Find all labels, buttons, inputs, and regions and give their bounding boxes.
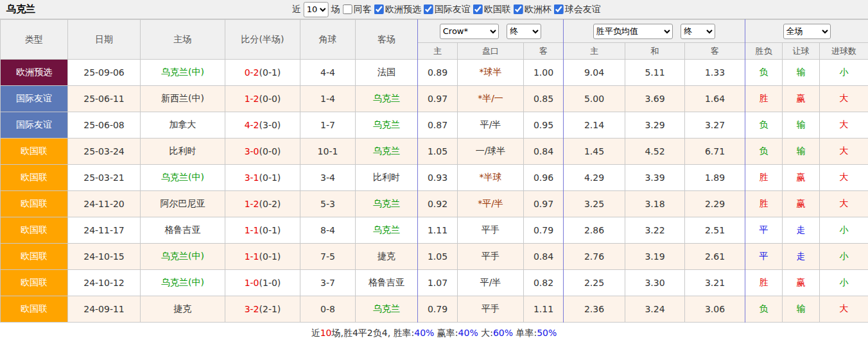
subcol-result: 胜负 — [745, 43, 783, 60]
home-odds-cell: 0.79 — [418, 296, 458, 323]
summary-part: 大: — [478, 328, 493, 338]
away-team-cell: 乌克兰 — [356, 112, 418, 139]
home-odds-cell: 0.92 — [418, 191, 458, 217]
avg-draw-cell: 3.22 — [625, 217, 685, 244]
half-score: (0-1) — [259, 172, 281, 183]
avg-away-cell: 3.21 — [685, 270, 745, 296]
games-label: 场 — [331, 4, 340, 15]
away-team-cell: 乌克兰 — [356, 191, 418, 217]
home-odds-cell: 1.07 — [418, 270, 458, 296]
avg-away-cell: 3.27 — [685, 112, 745, 139]
away-team-cell: 捷克 — [356, 244, 418, 270]
match-date-cell: 25-03-21 — [68, 165, 141, 191]
home-team-cell: 乌克兰(中) — [141, 165, 225, 191]
corner-cell: 3-7 — [300, 270, 356, 296]
avg-draw-cell: 3.39 — [625, 165, 685, 191]
odds-company-select[interactable]: Crow* — [440, 24, 499, 39]
match-type-cell: 欧国联 — [1, 139, 68, 165]
match-date-cell: 24-10-12 — [68, 270, 141, 296]
full-score: 3-0 — [245, 146, 259, 156]
home-odds-cell: 0.87 — [418, 112, 458, 139]
summary-part: 50% — [537, 328, 557, 338]
league-filter-label: 欧国联 — [484, 4, 511, 15]
handicap-cell: 平/半 — [458, 112, 524, 139]
corner-cell: 8-4 — [300, 217, 356, 244]
result-cell: 胜 — [745, 270, 783, 296]
avg-away-cell: 1.89 — [685, 165, 745, 191]
table-row: 欧国联24-11-17格鲁吉亚1-1(0-1)8-4乌克兰1.11平手0.792… — [1, 217, 868, 244]
away-odds-cell: 0.82 — [524, 270, 564, 296]
avg-home-cell: 2.25 — [564, 270, 625, 296]
half-score: (0-1) — [259, 251, 281, 262]
handicap-cell: *平/半 — [458, 191, 524, 217]
avg-away-cell: 2.29 — [685, 191, 745, 217]
avg-time-select[interactable]: 终 — [681, 24, 715, 39]
league-filter[interactable]: 球会友谊 — [554, 4, 601, 15]
match-type-cell: 欧国联 — [1, 165, 68, 191]
match-date-cell: 25-06-08 — [68, 112, 141, 139]
match-type-cell: 欧国联 — [1, 191, 68, 217]
avg-home-cell: 2.36 — [564, 296, 625, 323]
league-filter-checkbox[interactable] — [473, 4, 483, 14]
odds-time-select[interactable]: 终 — [507, 24, 541, 39]
table-row: 欧洲预选25-09-06乌克兰(中)0-2(0-1)4-4法国0.89*球半1.… — [1, 60, 868, 86]
half-score: (0-1) — [259, 225, 281, 235]
score-cell: 0-2(0-1) — [225, 60, 300, 86]
half-score: (0-1) — [259, 67, 281, 78]
league-filter[interactable]: 国际友谊 — [424, 4, 471, 15]
full-score: 3-1 — [245, 172, 259, 183]
scope-select[interactable]: 全场 — [783, 24, 831, 39]
result-cell: 胜 — [745, 86, 783, 112]
away-team-cell: 比利时 — [356, 165, 418, 191]
col-header-score: 比分(半场) — [225, 20, 300, 60]
league-filter[interactable]: 欧洲杯 — [514, 4, 551, 15]
league-filter-group: 欧洲预选国际友谊欧国联欧洲杯球会友谊 — [374, 4, 601, 15]
avg-home-cell: 1.45 — [564, 139, 625, 165]
recent-count-select[interactable]: 10 — [304, 2, 329, 17]
table-row: 国际友谊25-06-11新西兰(中)1-2(0-0)1-4乌克兰0.97*半/一… — [1, 86, 868, 112]
match-type-cell: 国际友谊 — [1, 86, 68, 112]
league-filter-checkbox[interactable] — [374, 4, 384, 14]
avg-draw-cell: 3.30 — [625, 270, 685, 296]
handicap-result-cell: 输 — [783, 112, 820, 139]
subcol-avg-home: 主 — [564, 43, 625, 60]
goals-result-cell: 小 — [820, 244, 868, 270]
same-filter[interactable]: 同客 — [343, 4, 372, 15]
same-filter-checkbox[interactable] — [343, 4, 352, 14]
filter-bar: 近 10 场 同客 欧洲预选国际友谊欧国联欧洲杯球会友谊 — [292, 2, 601, 17]
handicap-result-cell: 输 — [783, 60, 820, 86]
avg-type-select[interactable]: 胜平负均值 — [593, 24, 673, 39]
odds-group-header: Crow* 终 — [418, 20, 564, 43]
home-odds-cell: 1.05 — [418, 244, 458, 270]
result-cell: 胜 — [745, 191, 783, 217]
league-filter-checkbox[interactable] — [424, 4, 433, 14]
league-filter-checkbox[interactable] — [514, 4, 523, 14]
away-team-cell: 乌克兰 — [356, 86, 418, 112]
avg-home-cell: 2.76 — [564, 244, 625, 270]
half-score: (0-2) — [259, 199, 281, 209]
col-header-home: 主场 — [141, 20, 225, 60]
league-filter-checkbox[interactable] — [554, 4, 564, 14]
home-odds-cell: 1.11 — [418, 217, 458, 244]
goals-result-cell: 大 — [820, 139, 868, 165]
goals-result-cell: 大 — [820, 296, 868, 323]
league-filter[interactable]: 欧国联 — [473, 4, 511, 15]
half-score: (0-0) — [259, 146, 281, 156]
league-filter[interactable]: 欧洲预选 — [374, 4, 421, 15]
score-cell: 4-2(3-0) — [225, 112, 300, 139]
league-filter-label: 球会友谊 — [565, 4, 601, 15]
home-team-cell: 比利时 — [141, 139, 225, 165]
table-row: 欧国联25-03-21乌克兰(中)3-1(0-1)3-4比利时0.93*半球0.… — [1, 165, 868, 191]
match-type-cell: 欧洲预选 — [1, 60, 68, 86]
home-team-cell: 乌克兰(中) — [141, 270, 225, 296]
result-cell: 负 — [745, 60, 783, 86]
league-filter-label: 欧洲杯 — [525, 4, 551, 15]
handicap-cell: 平手 — [458, 296, 524, 323]
result-cell: 平 — [745, 244, 783, 270]
away-odds-cell: 0.84 — [524, 244, 564, 270]
away-odds-cell: 1.00 — [524, 60, 564, 86]
near-label: 近 — [292, 4, 301, 15]
result-cell: 负 — [745, 139, 783, 165]
avg-away-cell: 2.51 — [685, 217, 745, 244]
summary-part: 40% — [458, 328, 478, 338]
